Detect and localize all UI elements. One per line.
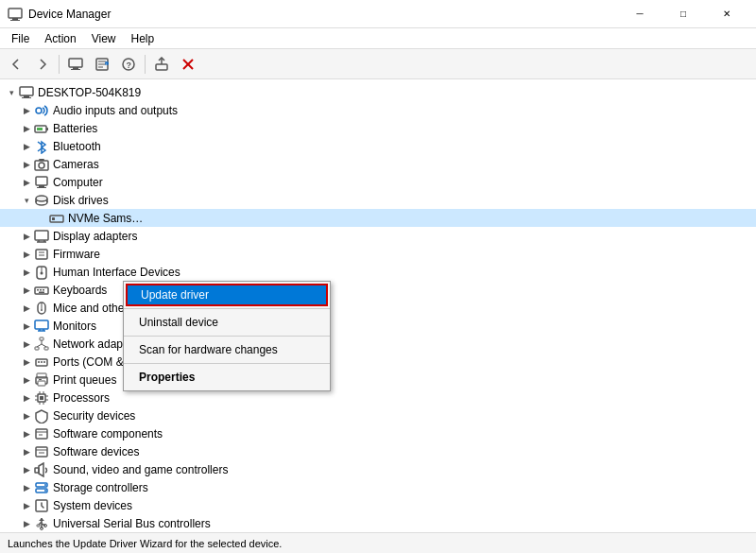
expand-sound[interactable]: ▶ bbox=[19, 462, 34, 477]
expand-root[interactable]: ▾ bbox=[4, 85, 19, 100]
expand-network[interactable]: ▶ bbox=[19, 337, 34, 352]
expand-keyboards[interactable]: ▶ bbox=[19, 283, 34, 298]
svg-rect-5 bbox=[71, 69, 80, 70]
expand-diskdrives[interactable]: ▾ bbox=[19, 193, 34, 208]
back-button[interactable] bbox=[4, 53, 28, 76]
tree-item-softwaredev[interactable]: ▶ Software devices bbox=[0, 442, 756, 460]
close-button[interactable]: ✕ bbox=[705, 0, 748, 28]
tree-item-display[interactable]: ▶ Display adapters bbox=[0, 227, 756, 245]
expand-softwarecomp[interactable]: ▶ bbox=[19, 426, 34, 441]
network-icon bbox=[34, 337, 49, 352]
tree-item-keyboards[interactable]: ▶ Keyboards bbox=[0, 281, 756, 299]
expand-display[interactable]: ▶ bbox=[19, 229, 34, 244]
svg-point-94 bbox=[44, 484, 46, 486]
ctx-update-driver[interactable]: Update driver bbox=[126, 284, 328, 306]
expand-hid[interactable]: ▶ bbox=[19, 265, 34, 280]
svg-rect-73 bbox=[38, 381, 45, 386]
printq-label: Print queues bbox=[53, 373, 116, 387]
expand-batteries[interactable]: ▶ bbox=[19, 121, 34, 136]
expand-ports[interactable]: ▶ bbox=[19, 354, 34, 370]
menu-file[interactable]: File bbox=[4, 30, 37, 47]
diskdrives-label: Disk drives bbox=[53, 194, 109, 207]
svg-rect-52 bbox=[43, 289, 44, 291]
tree-item-root[interactable]: ▾ DESKTOP-504K819 bbox=[0, 83, 756, 101]
main-content: ▾ DESKTOP-504K819 ▶ Audio inputs and bbox=[0, 79, 756, 532]
computer-button[interactable] bbox=[63, 53, 88, 76]
tree-item-ports[interactable]: ▶ Ports (COM & LPT) bbox=[0, 353, 756, 371]
app-icon bbox=[8, 7, 23, 22]
svg-rect-57 bbox=[35, 320, 48, 329]
svg-rect-23 bbox=[46, 128, 48, 130]
expand-softwaredev[interactable]: ▶ bbox=[19, 444, 34, 459]
softwaredev-icon bbox=[34, 444, 49, 459]
menu-view[interactable]: View bbox=[84, 30, 124, 47]
battery-icon bbox=[34, 121, 49, 136]
minimize-button[interactable]: ─ bbox=[618, 0, 662, 28]
menu-help[interactable]: Help bbox=[124, 30, 163, 47]
toolbar: i ? bbox=[0, 49, 756, 79]
tree-item-computer[interactable]: ▶ Computer bbox=[0, 173, 756, 191]
tree-item-sound[interactable]: ▶ Sound, video and game controllers bbox=[0, 460, 756, 478]
expand-cameras[interactable]: ▶ bbox=[19, 157, 34, 172]
uninstall-button[interactable] bbox=[176, 53, 200, 76]
expand-computer[interactable]: ▶ bbox=[19, 175, 34, 190]
tree-item-processors[interactable]: ▶ Processors bbox=[0, 389, 756, 406]
monitor-icon bbox=[34, 319, 49, 334]
tree-item-bluetooth[interactable]: ▶ Bluetooth bbox=[0, 137, 756, 155]
help-button[interactable]: ? bbox=[116, 53, 141, 76]
expand-processors[interactable]: ▶ bbox=[19, 390, 34, 406]
expand-system[interactable]: ▶ bbox=[19, 498, 34, 513]
svg-point-21 bbox=[36, 108, 42, 113]
forward-button[interactable] bbox=[30, 53, 55, 76]
tree-item-nvme[interactable]: NVMe Samsung 256GB bbox=[0, 209, 756, 227]
tree-item-cameras[interactable]: ▶ Cameras bbox=[0, 155, 756, 173]
update-driver-toolbar-button[interactable] bbox=[149, 53, 174, 76]
tree-item-hid[interactable]: ▶ Human Interface Devices bbox=[0, 263, 756, 281]
svg-rect-0 bbox=[9, 9, 22, 18]
hid-icon bbox=[34, 265, 49, 280]
tree-item-storage[interactable]: ▶ Storage controllers bbox=[0, 478, 756, 496]
expand-firmware[interactable]: ▶ bbox=[19, 247, 34, 262]
window-title: Device Manager bbox=[28, 8, 618, 21]
camera-icon bbox=[34, 157, 49, 172]
expand-usb[interactable]: ▶ bbox=[19, 516, 34, 531]
menu-action[interactable]: Action bbox=[37, 30, 83, 47]
tree-item-system[interactable]: ▶ System devices bbox=[0, 496, 756, 514]
tree-item-security[interactable]: ▶ Security devices bbox=[0, 406, 756, 424]
svg-rect-32 bbox=[37, 187, 46, 188]
batteries-label: Batteries bbox=[53, 122, 97, 135]
tree-item-firmware[interactable]: ▶ Firmware bbox=[0, 245, 756, 263]
tree-item-softwarecomp[interactable]: ▶ Software components bbox=[0, 424, 756, 442]
tree-item-monitors[interactable]: ▶ Monitors bbox=[0, 317, 756, 335]
expand-audio[interactable]: ▶ bbox=[19, 103, 34, 118]
expand-printq[interactable]: ▶ bbox=[19, 372, 34, 388]
usb-icon bbox=[34, 516, 49, 531]
root-label: DESKTOP-504K819 bbox=[38, 86, 141, 99]
svg-rect-76 bbox=[40, 396, 43, 400]
ctx-sep-2 bbox=[124, 336, 330, 337]
tree-item-mice[interactable]: ▶ Mice and other pointing devices bbox=[0, 299, 756, 317]
expand-mice[interactable]: ▶ bbox=[19, 301, 34, 316]
tree-item-printq[interactable]: ▶ Print queues bbox=[0, 371, 756, 389]
svg-rect-1 bbox=[12, 18, 18, 20]
tree-item-diskdrives[interactable]: ▾ Disk drives bbox=[0, 191, 756, 209]
ctx-scan-hardware[interactable]: Scan for hardware changes bbox=[124, 338, 330, 361]
maximize-button[interactable]: □ bbox=[662, 0, 705, 28]
ctx-properties[interactable]: Properties bbox=[124, 366, 330, 389]
expand-storage[interactable]: ▶ bbox=[19, 480, 34, 495]
tree-item-network[interactable]: ▶ Network adapters bbox=[0, 335, 756, 353]
tree-item-audio[interactable]: ▶ Audio inputs and outputs bbox=[0, 101, 756, 119]
ctx-uninstall[interactable]: Uninstall device bbox=[124, 311, 330, 334]
expand-security[interactable]: ▶ bbox=[19, 408, 34, 423]
expand-bluetooth[interactable]: ▶ bbox=[19, 139, 34, 154]
svg-rect-20 bbox=[22, 97, 31, 98]
tree-item-usb[interactable]: ▶ Universal Serial Bus controllers bbox=[0, 514, 756, 532]
svg-rect-63 bbox=[44, 347, 48, 350]
tree-item-batteries[interactable]: ▶ Batteries bbox=[0, 119, 756, 137]
security-label: Security devices bbox=[53, 409, 135, 423]
expand-monitors[interactable]: ▶ bbox=[19, 319, 34, 334]
computer-label: Computer bbox=[53, 176, 103, 189]
properties-button[interactable]: i bbox=[90, 53, 114, 76]
svg-rect-38 bbox=[52, 217, 55, 220]
tree-view[interactable]: ▾ DESKTOP-504K819 ▶ Audio inputs and bbox=[0, 79, 756, 532]
